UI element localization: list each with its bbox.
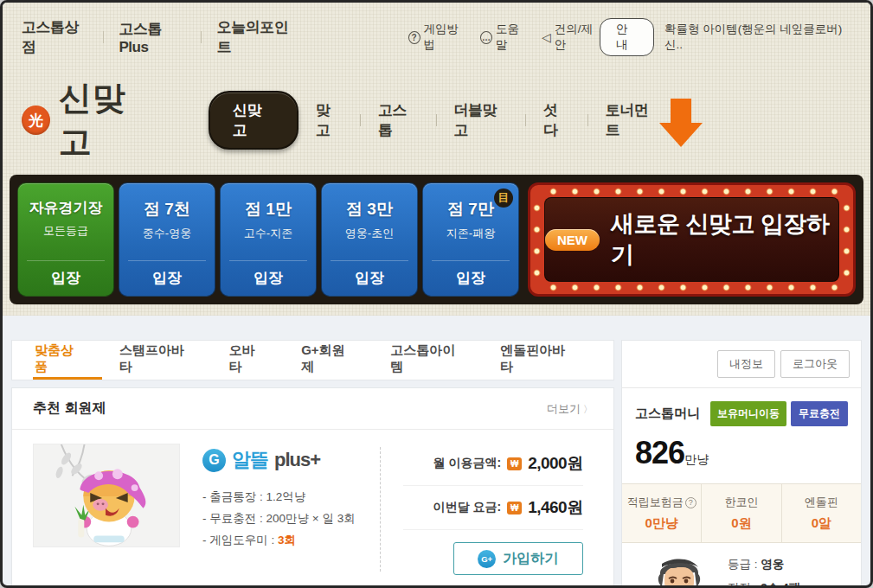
site-logo[interactable]: 光 신맞고: [22, 76, 157, 164]
room-title: 점 7천: [119, 198, 215, 220]
link-today-point[interactable]: 오늘의포인트: [217, 17, 296, 57]
room-7000[interactable]: 점 7천 중수-영웅 입장: [119, 182, 215, 297]
notice-area: 안내 확률형 아이템(행운의 네잎클로버) 신..: [600, 18, 848, 56]
money-unit: 만냥: [684, 452, 709, 466]
util-suggest[interactable]: ◁ 건의/제안: [542, 22, 600, 53]
util-game-guide[interactable]: ? 게임방법: [408, 22, 466, 53]
move-money-button[interactable]: 보유머니이동: [710, 401, 786, 426]
page: 고스톱상점 고스톱Plus 오늘의포인트 ? 게임방법 … 도움말 ◁ 건의/제…: [0, 0, 873, 588]
marquee-bulbs: [533, 197, 541, 282]
profile-stats: 등급 : 영웅 전적 : 3승 4패 승률 : 42.9% 손실한도 변경 42…: [728, 555, 849, 588]
tab-custom-products[interactable]: 맞춤상품: [33, 341, 102, 380]
wallet-stats: 적립보험금? 0만냥 한코인 0원 엔돌핀 0알: [622, 483, 861, 543]
price-label: 월 이용금액:: [433, 456, 502, 471]
room-subtitle: 영웅-초인: [322, 226, 417, 241]
room-subtitle: 모든등급: [18, 223, 113, 239]
enter-button[interactable]: 입장: [221, 261, 316, 296]
room-70000[interactable]: 目 점 7만 지존-패왕 입장: [422, 182, 519, 297]
logout-button[interactable]: 로그아웃: [780, 350, 850, 378]
price-column: 월 이용금액: ₩ 2,000원 이번달 요금: ₩ 1,460원 G+ 가입하…: [403, 444, 583, 575]
new-sinmatgo-banner[interactable]: NEW 새로운 신맞고 입장하기: [528, 182, 856, 297]
money-section: 고스톱머니 보유머니이동 무료충전 826만냥: [622, 388, 861, 483]
topbar-utils: ? 게임방법 … 도움말 ◁ 건의/제안: [408, 22, 600, 53]
divider: [587, 114, 588, 126]
notice-ticker-text[interactable]: 확률형 아이템(행운의 네잎클로버) 신..: [664, 22, 848, 53]
enter-button[interactable]: 입장: [322, 261, 417, 296]
help-icon[interactable]: ?: [685, 497, 696, 508]
product-logo: G 알뜰 plus+: [202, 447, 356, 473]
logo-title: 신맞고: [59, 76, 157, 164]
banner-label: 새로운 신맞고 입장하기: [611, 208, 838, 271]
more-link[interactable]: 더보기〉: [547, 401, 593, 417]
util-label: 건의/제안: [555, 22, 600, 53]
tab-stamp-avatar[interactable]: 스탬프아바타: [102, 341, 212, 380]
tab-obata[interactable]: 오바타: [212, 341, 284, 380]
room-title: 점 1만: [221, 198, 316, 220]
util-label: 도움말: [496, 22, 528, 53]
user-sidebar: 내정보 로그아웃 고스톱머니 보유머니이동 무료충전 826만냥 적립보험금?: [621, 340, 862, 588]
money-amount: 826만냥: [635, 435, 848, 471]
enter-button[interactable]: 입장: [18, 261, 113, 296]
stat-value: 0만냥: [622, 515, 701, 532]
nav-tab-gostop[interactable]: 고스톱: [378, 100, 419, 140]
link-gostop-shop[interactable]: 고스톱상점: [22, 17, 87, 57]
monthly-fee-row: 월 이용금액: ₩ 2,000원: [403, 445, 583, 486]
enter-button[interactable]: 입장: [423, 261, 518, 296]
nav-tab-matgo[interactable]: 맞고: [316, 100, 343, 140]
stat-value: 0원: [702, 515, 780, 532]
record-value: 3승 4패: [761, 581, 800, 588]
top-zone: 고스톱상점 고스톱Plus 오늘의포인트 ? 게임방법 … 도움말 ◁ 건의/제…: [3, 3, 870, 316]
divider: [103, 31, 104, 43]
nav-tab-tournament[interactable]: 토너먼트: [606, 100, 659, 140]
divider: [525, 114, 526, 126]
product-logo-text-dark: plus+: [274, 449, 320, 471]
won-icon: ₩: [507, 457, 522, 470]
header: 光 신맞고 신맞고 맞고 고스톱 더블맞고 섯다 토너먼트: [3, 57, 870, 173]
won-icon: ₩: [507, 502, 522, 514]
free-charge-button[interactable]: 무료충전: [791, 401, 848, 426]
section-title: 추천 회원제: [33, 399, 106, 418]
enter-button[interactable]: 입장: [119, 261, 215, 296]
g-circle-icon: G: [202, 449, 226, 472]
notice-button[interactable]: 안내: [600, 18, 654, 56]
grade-value: 영웅: [761, 558, 784, 571]
stat-value: 0알: [782, 515, 861, 532]
divider: [201, 31, 202, 43]
tab-endorphin-avatar[interactable]: 엔돌핀아바타: [483, 341, 593, 380]
main-column: 맞춤상품 스탬프아바타 오바타 G+회원제 고스톱아이템 엔돌핀아바타 추천 회…: [11, 340, 614, 588]
divider: [360, 114, 361, 126]
topbar-links: 고스톱상점 고스톱Plus 오늘의포인트: [22, 17, 296, 57]
current-fee-row: 이번달 요금: ₩ 1,460원: [403, 486, 583, 530]
marquee-bulbs: [542, 188, 841, 195]
util-help[interactable]: … 도움말: [480, 22, 528, 53]
nav-tab-double-matgo[interactable]: 더블맞고: [454, 100, 508, 140]
divider: [436, 114, 437, 126]
room-10000[interactable]: 점 1만 고수-지존 입장: [220, 182, 317, 297]
recommend-membership-card: 추천 회원제 더보기〉: [11, 387, 614, 588]
detail-line: - 출금통장 : 1.2억냥: [202, 487, 356, 508]
my-info-button[interactable]: 내정보: [717, 350, 775, 378]
product-character-image: [33, 444, 180, 547]
game-rooms-strip: 자유경기장 모든등급 입장 점 7천 중수-영웅 입장 점 1만 고수-지존 입…: [10, 175, 863, 304]
tab-gplus-membership[interactable]: G+회원제: [284, 341, 373, 380]
endorphin-cell: 엔돌핀 0알: [782, 484, 861, 542]
content-zone: 맞춤상품 스탬프아바타 오바타 G+회원제 고스톱아이템 엔돌핀아바타 추천 회…: [3, 316, 870, 588]
megaphone-icon: ◁: [542, 31, 551, 44]
join-label: 가입하기: [503, 550, 558, 568]
hancoin-cell: 한코인 0원: [702, 484, 781, 542]
room-free-arena[interactable]: 자유경기장 모든등급 입장: [17, 182, 114, 297]
help-bubble-icon: …: [480, 31, 492, 44]
room-title: 점 3만: [322, 198, 417, 220]
link-gostop-plus[interactable]: 고스톱Plus: [119, 19, 185, 56]
tab-gostop-items[interactable]: 고스톱아이템: [373, 341, 483, 380]
nav-tab-seotda[interactable]: 섯다: [543, 100, 570, 140]
product-info: G 알뜰 plus+ - 출금통장 : 1.2억냥 - 무료충전 : 200만냥…: [202, 444, 356, 552]
shop-tabs: 맞춤상품 스탬프아바타 오바타 G+회원제 고스톱아이템 엔돌핀아바타: [11, 340, 614, 380]
profile-section: 등급 : 영웅 전적 : 3승 4패 승률 : 42.9% 손실한도 변경 42…: [622, 543, 861, 588]
gplus-join-button[interactable]: G+ 가입하기: [453, 542, 583, 575]
topbar: 고스톱상점 고스톱Plus 오늘의포인트 ? 게임방법 … 도움말 ◁ 건의/제…: [3, 3, 870, 57]
gwang-logo-icon: 光: [22, 105, 50, 135]
room-30000[interactable]: 점 3만 영웅-초인 입장: [321, 182, 418, 297]
nav-tab-sinmatgo[interactable]: 신맞고: [209, 91, 298, 150]
chevron-right-icon: 〉: [583, 404, 593, 414]
